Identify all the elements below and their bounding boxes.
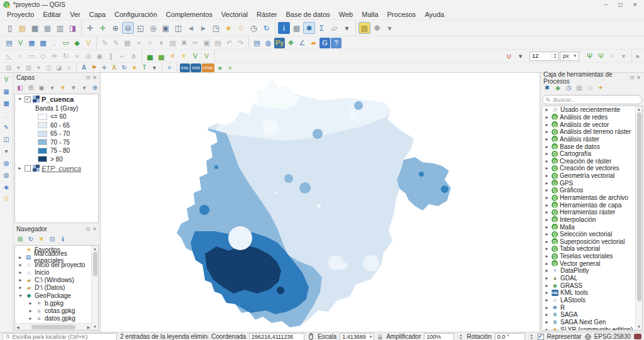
layer-item-etp-cuenca[interactable]: ▸ ETP_cuenca — [15, 163, 98, 173]
add-raster-layer[interactable]: ▦ — [1, 87, 12, 96]
vertex-caret[interactable]: ▾ — [156, 38, 167, 48]
toolbox-group[interactable]: ▸ Q Selección vectorial — [542, 231, 635, 238]
zoom-out[interactable]: ⊖ — [122, 22, 134, 34]
dock-float-icon[interactable]: ⊡ — [630, 75, 635, 80]
zoom-next[interactable]: ► — [197, 22, 209, 34]
chevron-icon[interactable]: ▾ — [18, 293, 23, 299]
chevron-right-icon[interactable]: ▸ — [544, 268, 550, 273]
menu-item[interactable]: Ráster — [252, 10, 281, 19]
magnifier-input[interactable] — [424, 333, 454, 340]
toolbox-group[interactable]: ▸ Q Vector general — [542, 260, 635, 267]
refresh-browser[interactable]: ↻ — [26, 234, 36, 244]
kmz-export[interactable]: KMZ — [191, 63, 201, 72]
layer-diagram[interactable]: ⚑ — [89, 63, 99, 72]
toolbox-group[interactable]: ▸ Q Tabla vectorial — [542, 245, 635, 253]
scroll-right-icon[interactable]: ▶ — [87, 325, 90, 329]
chevron-icon[interactable]: ▸ — [28, 308, 33, 314]
bookmark-manager[interactable]: ☆ — [235, 22, 247, 34]
menu-item[interactable]: Proyecto — [3, 10, 38, 19]
open-attribute-table[interactable]: ▦ — [291, 22, 303, 34]
grid-tool[interactable]: ⊞ — [225, 63, 235, 72]
pan-map-to-selection[interactable]: ✛ — [97, 22, 109, 34]
plugin-manager[interactable]: ❖ — [286, 38, 296, 48]
chevron-icon[interactable]: ▸ — [18, 270, 23, 275]
fill-ring[interactable]: ◉ — [94, 51, 105, 62]
snapping-caret[interactable]: ▾ — [515, 51, 526, 62]
edit-features-in-place[interactable]: ▧ — [585, 84, 595, 93]
snapping-tolerance-spinbox[interactable]: ▲▼ — [530, 52, 558, 61]
manage-map-themes[interactable]: ◉ — [36, 84, 47, 93]
measure-line[interactable]: ▱ — [328, 22, 340, 34]
overlap-caret[interactable]: ▾ — [618, 51, 629, 62]
toolbox-group[interactable]: ▸ Q Base de datos — [542, 143, 635, 150]
hillshade[interactable]: ☀ — [179, 51, 189, 62]
add-spatialite-layer[interactable]: ✎ — [1, 123, 12, 132]
chevron-down-icon[interactable]: ▾ — [17, 96, 23, 102]
copy-features[interactable]: ▣ — [201, 38, 212, 48]
scroll-down-icon[interactable]: ▼ — [637, 325, 641, 329]
chevron-icon[interactable]: ▸ — [18, 262, 23, 268]
elevation-profile[interactable]: ∠ — [297, 38, 308, 48]
scroll-up-icon[interactable]: ▲ — [637, 107, 641, 111]
measure-caret[interactable]: ▾ — [341, 22, 353, 34]
add-postgis-layer[interactable]: ◫ — [1, 134, 12, 144]
spinner-arrows[interactable]: ▲▼ — [552, 53, 558, 59]
current-edits[interactable]: ✎ — [99, 38, 110, 48]
toolbox-group[interactable]: ▸ ▱ LAStools — [542, 297, 635, 304]
chevron-right-icon[interactable]: ▸ — [544, 253, 550, 259]
lock-icon[interactable] — [377, 334, 383, 340]
layer-visibility-checkbox[interactable] — [25, 165, 31, 172]
scroll-left-icon[interactable]: ◀ — [16, 325, 19, 329]
chevron-right-icon[interactable]: ▸ — [544, 261, 550, 266]
properties-widget[interactable]: ℹ — [58, 234, 68, 244]
dock-close-icon[interactable]: ✕ — [92, 226, 97, 232]
chevron-right-icon[interactable]: ▸ — [544, 158, 550, 164]
add-delimited-text-layer[interactable]: , — [49, 38, 60, 48]
circle-tool[interactable]: ○ — [15, 51, 26, 62]
move-feature[interactable]: ✛ — [49, 51, 60, 62]
menu-item[interactable]: Complementos — [162, 10, 217, 19]
modify-attributes[interactable]: ▨ — [167, 38, 178, 48]
toolbox-group[interactable]: ▸ Q Interpolación — [542, 216, 635, 224]
reshape-features[interactable]: ⌐ — [117, 51, 128, 62]
add-vector-layer[interactable]: V — [1, 75, 12, 84]
db-manager[interactable]: ▤ — [252, 38, 262, 48]
scale-combo[interactable]: 1:413689▾ — [340, 333, 374, 340]
options[interactable]: ✦ — [596, 84, 606, 93]
chevron-right-icon[interactable]: ▸ — [544, 122, 550, 128]
enable-tracing[interactable]: Ψ — [596, 51, 606, 62]
filter-legend[interactable]: ▼ — [58, 84, 68, 93]
rotate-label[interactable]: ↻ — [119, 63, 129, 72]
raster-histogram[interactable]: ▅ — [156, 51, 167, 62]
vector-tool-a[interactable]: V — [190, 51, 201, 62]
zoom-to-selection[interactable]: ◎ — [147, 22, 159, 34]
new-geopackage-layer[interactable]: ◆ — [72, 38, 82, 48]
chevron-right-icon[interactable]: ▸ — [17, 165, 23, 171]
paste-style[interactable]: ◪ — [54, 63, 64, 72]
chevron-right-icon[interactable]: ▸ — [544, 319, 550, 325]
toolbox-group[interactable]: ▸ Q Gráficos — [542, 187, 635, 194]
save-layer-edits[interactable]: ▦ — [122, 38, 133, 48]
menu-item[interactable]: Capa — [85, 10, 110, 19]
browser-item[interactable]: ▸ ▰ D:\ (Datos) — [15, 284, 91, 292]
add-raster-layer[interactable]: ▦ — [26, 38, 37, 48]
chevron-right-icon[interactable]: ▸ — [544, 283, 550, 288]
add-layer-caret[interactable]: ▾ — [1, 146, 12, 156]
map-tips[interactable]: ▤ — [358, 22, 370, 34]
dock-close-icon[interactable]: ✕ — [636, 75, 641, 80]
cut-features[interactable]: ✂ — [190, 38, 201, 48]
move-label[interactable]: ✛ — [99, 63, 109, 72]
chevron-right-icon[interactable]: ▸ — [544, 312, 550, 317]
add-wms-layer[interactable]: ◍ — [1, 158, 12, 168]
menu-item[interactable]: Vectorial — [217, 10, 252, 19]
raster-calculator[interactable]: ▅ — [145, 51, 155, 62]
chevron-icon[interactable]: ▸ — [18, 277, 23, 283]
browser-item[interactable]: ▸ ▤ Marcadores espaciales — [15, 253, 91, 261]
maximize-button[interactable]: ▢ — [618, 2, 623, 8]
chevron-right-icon[interactable]: ▸ — [544, 144, 550, 150]
browser-item[interactable]: ▸ ≡ datos.gpkg — [15, 315, 91, 322]
browser-item[interactable]: ▸ ▰ C:\ (Windows) — [15, 277, 91, 284]
zoom-last[interactable]: ◄ — [185, 22, 197, 34]
chevron-right-icon[interactable]: ▸ — [544, 136, 550, 142]
results-viewer[interactable]: ▤ — [574, 84, 584, 93]
